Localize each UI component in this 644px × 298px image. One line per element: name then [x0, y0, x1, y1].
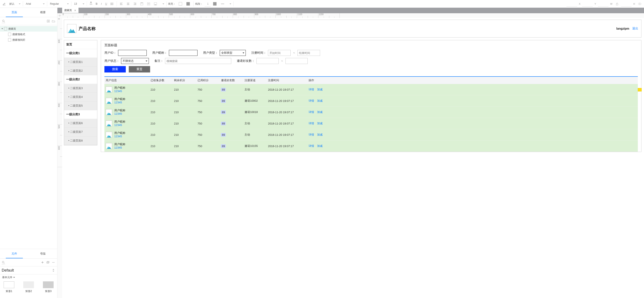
- lock-aspect-icon[interactable]: [614, 2, 620, 5]
- tab-outline[interactable]: 概要: [28, 8, 57, 17]
- bold-button[interactable]: B: [94, 1, 99, 6]
- invite-max-input[interactable]: [286, 58, 308, 64]
- action-detail[interactable]: 详情: [308, 99, 314, 103]
- align-left-button[interactable]: [118, 2, 124, 5]
- tab-masters[interactable]: 母版: [28, 249, 57, 258]
- action-detail[interactable]: 详情: [308, 122, 314, 125]
- italic-button[interactable]: I: [100, 1, 103, 6]
- fill-solid-swatch[interactable]: [185, 1, 192, 6]
- shape-rect1[interactable]: 矩形1: [3, 281, 15, 293]
- add-library-icon[interactable]: [40, 260, 45, 265]
- library-category-label[interactable]: 基本元件: [0, 274, 57, 280]
- close-icon[interactable]: ✕: [74, 9, 76, 12]
- nav-category[interactable]: 一级分类3: [64, 110, 97, 119]
- valign-middle-button[interactable]: [146, 2, 152, 5]
- nav-subitem[interactable]: • 二级页面5: [64, 102, 97, 110]
- svg-point-0: [111, 3, 111, 3]
- user-id-input[interactable]: [118, 50, 147, 56]
- line-width-input[interactable]: [204, 1, 211, 6]
- align-center-button[interactable]: [125, 2, 131, 5]
- more-text-options[interactable]: [159, 2, 165, 5]
- nav-subitem[interactable]: • 二级页面7: [64, 128, 97, 137]
- add-page-icon[interactable]: [46, 19, 50, 23]
- tab-components[interactable]: 元件: [0, 249, 28, 258]
- pos-y-input[interactable]: [582, 1, 593, 6]
- nav-category[interactable]: 一级分类1: [64, 49, 97, 58]
- line-color-swatch[interactable]: [212, 1, 219, 6]
- library-name[interactable]: Default: [2, 268, 50, 273]
- shape-rect2[interactable]: 矩形2: [23, 281, 34, 293]
- valign-bottom-button[interactable]: [152, 2, 158, 5]
- line-style-dropdown[interactable]: [220, 2, 226, 5]
- action-adjust[interactable]: 加减: [317, 122, 323, 125]
- valign-top-button[interactable]: [139, 2, 145, 5]
- visibility-icon[interactable]: [637, 2, 643, 5]
- pages-search-input[interactable]: [6, 18, 45, 24]
- add-folder-icon[interactable]: [51, 19, 56, 23]
- action-detail[interactable]: 详情: [308, 144, 314, 148]
- ruler-vertical[interactable]: 0100200300400500600: [58, 18, 62, 298]
- shape-rect3[interactable]: 矩形3: [42, 281, 54, 293]
- table-column-header: 用户信息: [104, 78, 149, 82]
- user-type-select[interactable]: 全部类型: [220, 50, 246, 56]
- reset-button[interactable]: 重置: [129, 66, 150, 72]
- fill-none-swatch[interactable]: [178, 1, 184, 6]
- pos-h-input[interactable]: [621, 1, 632, 6]
- remark-input[interactable]: [165, 58, 231, 64]
- row-uid-link[interactable]: 12345: [114, 146, 125, 149]
- font-family-dropdown[interactable]: Arial: [24, 1, 46, 6]
- paragraph-style-dropdown[interactable]: 默认: [8, 1, 21, 6]
- components-search-input[interactable]: [6, 260, 39, 265]
- align-right-button[interactable]: [132, 2, 138, 5]
- nav-subitem[interactable]: • 二级页面6: [64, 119, 97, 128]
- nav-subitem[interactable]: • 二级页面3: [64, 84, 97, 93]
- row-uid-link[interactable]: 12345: [114, 90, 125, 93]
- underline-button[interactable]: U: [104, 1, 108, 6]
- pos-w-input[interactable]: [598, 1, 608, 6]
- font-color-button[interactable]: A: [88, 1, 94, 6]
- row-uid-link[interactable]: 12345: [114, 135, 125, 138]
- ruler-origin-icon[interactable]: [58, 13, 62, 18]
- tab-pages[interactable]: 页面: [0, 8, 28, 17]
- search-button[interactable]: 搜索: [104, 66, 126, 72]
- action-detail[interactable]: 详情: [308, 88, 314, 91]
- nav-subitem[interactable]: • 二级页面1: [64, 58, 97, 66]
- nickname-input[interactable]: [169, 50, 198, 56]
- row-uid-link[interactable]: 12345: [114, 124, 125, 127]
- action-adjust[interactable]: 加减: [317, 144, 323, 148]
- nav-category[interactable]: 一级分类2: [64, 75, 97, 84]
- tree-item-search-format[interactable]: 搜索项格式: [0, 31, 57, 37]
- tree-root-page[interactable]: 搜索页: [0, 26, 57, 31]
- font-weight-dropdown[interactable]: Regular: [49, 1, 70, 6]
- invite-min-input[interactable]: [256, 58, 279, 64]
- font-size-dropdown[interactable]: 13: [73, 1, 85, 6]
- pos-x-input[interactable]: [566, 1, 577, 6]
- edit-icon[interactable]: [1, 2, 7, 5]
- library-more-icon[interactable]: [52, 260, 56, 265]
- document-tab[interactable]: 搜索页 ✕: [62, 8, 78, 13]
- action-adjust[interactable]: 加减: [317, 88, 323, 91]
- action-adjust[interactable]: 加减: [317, 110, 323, 114]
- logout-link[interactable]: 退出: [632, 27, 638, 30]
- nav-subitem[interactable]: • 二级页面8: [64, 137, 97, 145]
- reg-time-start-input[interactable]: [268, 50, 290, 56]
- canvas[interactable]: 产品名称 langzipm 退出 首页一级分类1• 二级页面1• 二级页面2一级…: [62, 18, 644, 298]
- interaction-bolt-icon[interactable]: ⚡: [638, 88, 642, 91]
- reg-time-end-input[interactable]: [298, 50, 320, 56]
- action-detail[interactable]: 详情: [308, 110, 314, 114]
- action-adjust[interactable]: 加减: [317, 99, 323, 103]
- nav-home[interactable]: 首页: [64, 40, 97, 49]
- action-adjust[interactable]: 加减: [317, 133, 323, 137]
- ruler-horizontal[interactable]: 0100200300400500600700800900100011001200: [62, 13, 644, 18]
- nav-subitem[interactable]: • 二级页面4: [64, 93, 97, 102]
- arrow-style-dropdown[interactable]: [226, 2, 232, 5]
- row-uid-link[interactable]: 12345: [114, 101, 125, 104]
- library-stack-icon[interactable]: [46, 260, 50, 265]
- action-detail[interactable]: 详情: [308, 133, 314, 137]
- tree-item-search-spacing[interactable]: 搜索项间距: [0, 37, 57, 43]
- row-uid-link[interactable]: 12345: [114, 112, 125, 116]
- nav-subitem[interactable]: • 二级页面2: [64, 66, 97, 75]
- library-stepper-icon[interactable]: [51, 268, 56, 273]
- bullet-list-button[interactable]: [109, 2, 115, 5]
- user-state-select[interactable]: 不限状态: [121, 58, 149, 64]
